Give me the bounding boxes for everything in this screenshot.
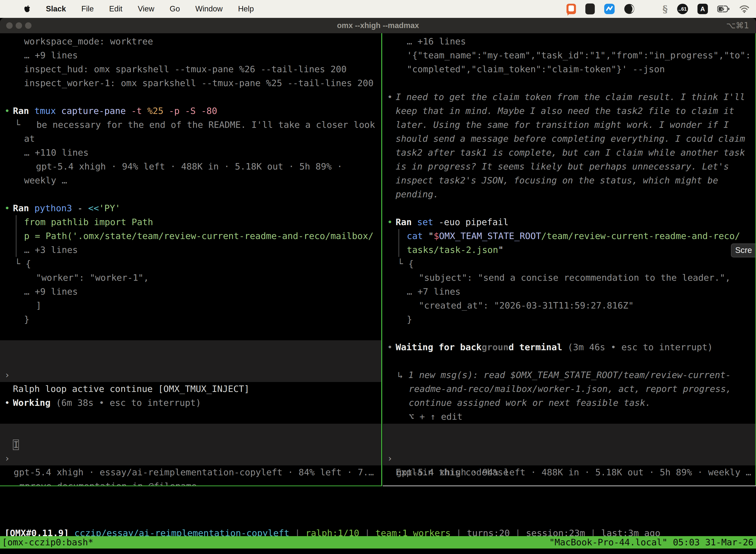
terminal-line: … +110 lines <box>0 146 381 160</box>
menu-item-view[interactable]: View <box>138 4 154 13</box>
prompt-input-left[interactable]: › I mprove documentation in @filename <box>0 424 381 465</box>
bullet-icon: • <box>387 215 393 229</box>
text-segment: " <box>428 231 434 241</box>
inject-banner: › Ralph loop active continue [OMX_TMUX_I… <box>0 340 381 382</box>
text-segment: << <box>88 203 99 213</box>
prompt-chevron: › <box>4 451 10 465</box>
battery-icon[interactable] <box>717 5 730 13</box>
pane-divider[interactable] <box>381 33 382 486</box>
text-segment: later. Using the same for transition mig… <box>396 120 729 130</box>
bullet-icon: • <box>4 396 10 410</box>
text-segment: "completed","claim_token":"claim-token"}… <box>407 64 665 74</box>
terminal-line: task2 after task1 is complete, but can I… <box>383 146 756 160</box>
terminal-line: … +9 lines <box>0 48 381 62</box>
terminal-line: gpt-5.4 xhigh · 94% left · 488K in · 5.1… <box>0 160 381 173</box>
output-rule <box>16 215 16 229</box>
screen-record-icon[interactable] <box>567 4 576 14</box>
terminal-line: '{"team_name":"my-team","task_id":"1","f… <box>383 48 756 62</box>
right-status-line: gpt-5.4 xhigh · 94% left · 488K in · 5.1… <box>383 465 756 479</box>
text-segment: - <box>77 203 88 213</box>
text-segment: … +9 lines <box>24 286 78 296</box>
text-segment: Waiting for back <box>396 342 482 352</box>
terminal-line: •Ran python3 - <<'PY' <box>0 201 381 215</box>
menu-item-edit[interactable]: Edit <box>109 4 122 13</box>
bullet-icon: • <box>387 340 393 354</box>
right-pane-bottom-border <box>383 486 756 486</box>
text-segment: OMX_TEAM_STATE_ROOT <box>439 231 541 241</box>
terminal-line: └ { <box>0 257 381 271</box>
text-segment: %25 <box>147 106 169 116</box>
text-segment: inspect_hud: omx sparkshell --tmux-pane … <box>24 64 346 74</box>
text-segment: … +16 lines <box>407 36 466 46</box>
text-segment: (3m 46s • esc to interrupt) <box>568 342 713 352</box>
text-segment: Working <box>13 398 56 408</box>
terminal-line: •Ran tmux capture-pane -t %25 -p -S -80 <box>0 104 381 118</box>
prompt-input-right[interactable]: › Explain this codebase <box>383 424 756 465</box>
terminal-line: readme-and-reco/mailbox/worker-1.json, a… <box>383 382 756 396</box>
inject-banner-text: Ralph loop active continue [OMX_TMUX_INJ… <box>13 382 250 396</box>
terminal-line: keep that in mind. Maybe I also need the… <box>383 104 756 118</box>
bullet-icon: • <box>4 201 10 215</box>
terminal-line: cat "$OMX_TEAM_STATE_ROOT/team/review-cu… <box>383 229 756 243</box>
right-terminal-pane[interactable]: … +16 lines'{"team_name":"my-team","task… <box>383 33 756 486</box>
squiggle-icon[interactable]: § <box>663 3 668 15</box>
left-status-line: gpt-5.4 xhigh · essay/ai-reimplementatio… <box>0 465 381 479</box>
terminal-line: •Working (6m 38s • esc to interrupt) <box>0 396 381 410</box>
menu-item-help[interactable]: Help <box>238 4 254 13</box>
terminal-line: "subject": "send a concise recommendatio… <box>383 271 756 285</box>
dots-grid-icon[interactable] <box>644 4 653 14</box>
terminal-line: is in progress? It seems likely but perh… <box>383 160 756 173</box>
text-segment: … +9 lines <box>24 50 78 60</box>
left-pane-bottom-border <box>0 486 382 486</box>
input-placeholder: mprove documentation in @filename <box>19 479 197 486</box>
terminal-window: › Ralph loop active continue [OMX_TMUX_I… <box>0 33 756 536</box>
text-segment: … +7 lines <box>407 286 460 296</box>
terminal-line: inspect task2's JSON, focusing on the st… <box>383 173 756 187</box>
text-segment: '{"team_name":"my-team","task_id":"1","f… <box>407 50 751 60</box>
menu-item-go[interactable]: Go <box>170 4 180 13</box>
flight-icon[interactable] <box>604 4 615 14</box>
text-segment: pending. <box>396 189 439 199</box>
wifi-icon[interactable] <box>739 5 750 13</box>
text-segment: inspect task2's JSON, focusing on the st… <box>396 175 718 185</box>
terminal-line: └ { <box>383 257 756 271</box>
text-segment: ↳ 1 new msg(s): read $OMX_TEAM_STATE_ROO… <box>397 370 731 380</box>
text-cursor: I <box>13 440 19 450</box>
terminal-line: "created_at": "2026-03-31T11:59:27.816Z" <box>383 298 756 313</box>
text-segment: Ran <box>13 203 35 213</box>
text-segment: at <box>24 133 35 144</box>
terminal-line: at <box>0 132 381 146</box>
text-segment: -80 <box>201 106 217 116</box>
left-terminal-pane[interactable]: › Ralph loop active continue [OMX_TMUX_I… <box>0 33 381 486</box>
input-source-badge[interactable]: A <box>697 4 708 14</box>
terminal-line: tasks/task-2.json" <box>383 243 756 257</box>
text-segment: -t <box>131 106 147 116</box>
terminal-line: pending. <box>383 187 756 201</box>
terminal-line: … +9 lines <box>0 285 381 298</box>
text-segment: from pathlib import Path <box>24 217 153 227</box>
terminal-line: … +7 lines <box>383 285 756 298</box>
output-rule <box>398 243 399 257</box>
text-segment: ] <box>36 300 42 311</box>
text-segment: workspace_mode: worktree <box>24 36 153 46</box>
disk-moon-icon[interactable] <box>624 4 634 14</box>
text-segment: keep that in mind. Maybe I also need the… <box>396 106 734 116</box>
text-segment: $ <box>434 231 439 241</box>
keyboard-grid-icon[interactable] <box>585 3 595 14</box>
menu-bar: Slack FileEditViewGoWindowHelp § ..61 A <box>0 0 756 18</box>
text-segment: capture-pane <box>61 106 131 116</box>
terminal-line: continue assigned work or next feasible … <box>383 396 756 410</box>
terminal-line: inspect_worker-1: omx sparkshell --tmux-… <box>0 76 381 90</box>
terminal-line: should send a message before completing … <box>383 132 756 146</box>
menu-item-file[interactable]: File <box>81 4 94 13</box>
menu-item-window[interactable]: Window <box>195 4 223 13</box>
text-segment: python3 <box>35 203 77 213</box>
menu-app-name[interactable]: Slack <box>46 4 66 13</box>
text-segment: task2 after task1 is complete, but can I… <box>396 148 745 158</box>
apple-icon[interactable] <box>24 5 30 13</box>
terminal-line: p = Path('.omx/state/team/review-current… <box>0 229 381 243</box>
terminal-line: … +3 lines <box>0 243 381 257</box>
macos-screen: Slack FileEditViewGoWindowHelp § ..61 A <box>0 0 756 554</box>
text-segment: readme-and-reco/mailbox/worker-1.json, a… <box>409 384 731 394</box>
count-badge[interactable]: ..61 <box>677 4 688 14</box>
